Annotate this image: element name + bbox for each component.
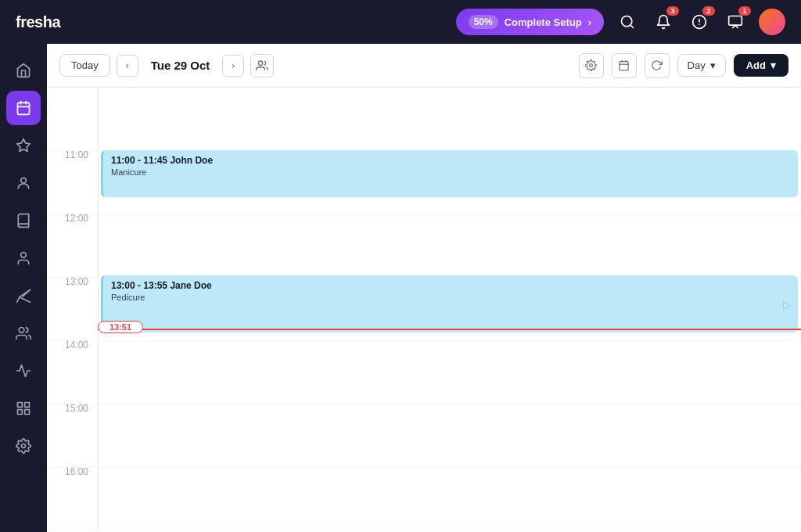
svg-rect-19 — [18, 410, 23, 415]
calendar-body[interactable]: 11:0012:0013:0014:0015:0016:0011:00 - 11… — [47, 88, 801, 532]
time-row-16: 16:00 — [47, 468, 801, 531]
sidebar-item-contacts[interactable] — [6, 241, 41, 275]
appointment-service: Pedicure — [111, 293, 790, 302]
svg-line-14 — [23, 290, 30, 297]
calendar-view-toggle-button[interactable] — [612, 53, 637, 78]
alerts-badge: 2 — [702, 6, 715, 16]
chevron-down-icon: ▾ — [710, 59, 716, 71]
complete-setup-button[interactable]: 50% Complete Setup › — [456, 9, 604, 35]
time-label-11: 11:00 — [47, 145, 98, 160]
calendar-settings-button[interactable] — [579, 53, 604, 78]
svg-point-15 — [19, 328, 24, 333]
date-display: Tue 29 Oct — [145, 59, 217, 72]
team-view-button[interactable] — [250, 54, 274, 77]
sidebar — [0, 44, 47, 532]
svg-rect-18 — [25, 410, 30, 415]
notifications-button[interactable]: 3 — [651, 9, 676, 34]
add-label: Add — [746, 59, 766, 71]
svg-rect-17 — [25, 403, 30, 408]
refresh-button[interactable] — [645, 53, 670, 78]
sidebar-item-home[interactable] — [6, 53, 41, 88]
svg-marker-10 — [17, 139, 31, 152]
appointment-service: Manicure — [111, 167, 790, 177]
setup-arrow-icon: › — [588, 16, 591, 28]
svg-line-13 — [17, 297, 20, 303]
appointment-appt1[interactable]: 11:00 - 11:45 John DoeManicure — [101, 150, 798, 197]
current-time-label: 13:51 — [98, 321, 143, 333]
svg-point-21 — [259, 61, 263, 65]
view-mode-dropdown[interactable]: Day ▾ — [677, 54, 726, 77]
today-button[interactable]: Today — [59, 54, 110, 77]
prev-date-button[interactable]: ‹ — [117, 55, 138, 77]
messages-button[interactable]: 1 — [723, 9, 748, 34]
search-button[interactable] — [615, 9, 640, 34]
time-row-15: 15:00 — [47, 404, 801, 468]
svg-rect-16 — [18, 403, 23, 408]
svg-point-12 — [21, 253, 27, 258]
topbar: fresha 50% Complete Setup › 3 2 1 — [0, 0, 801, 44]
time-row-14: 14:00 — [47, 341, 801, 404]
svg-rect-5 — [729, 16, 742, 26]
svg-rect-6 — [18, 102, 30, 114]
sidebar-item-reports[interactable] — [6, 354, 41, 388]
time-label-12: 12:00 — [47, 208, 98, 224]
main-layout: Today ‹ Tue 29 Oct › Day — [0, 44, 801, 532]
app-logo: fresha — [16, 13, 60, 31]
svg-rect-23 — [620, 62, 628, 70]
current-time-indicator: 13:51 — [98, 329, 801, 330]
appointment-chevron-icon: ▷ — [783, 298, 792, 311]
calendar-content: Today ‹ Tue 29 Oct › Day — [47, 44, 801, 532]
setup-label: Complete Setup — [505, 16, 582, 28]
time-row-12: 12:00 — [47, 214, 801, 278]
topbar-right: 50% Complete Setup › 3 2 1 — [456, 9, 785, 35]
time-slot-16[interactable] — [98, 468, 801, 530]
add-chevron-icon: ▾ — [770, 59, 776, 71]
user-avatar[interactable] — [759, 9, 785, 35]
svg-point-20 — [22, 444, 26, 448]
notifications-badge: 3 — [666, 6, 679, 16]
sidebar-item-dashboard[interactable] — [6, 391, 41, 426]
add-button[interactable]: Add ▾ — [734, 54, 788, 77]
time-slot-15[interactable] — [98, 404, 801, 467]
sidebar-item-team[interactable] — [6, 316, 41, 350]
sidebar-item-settings[interactable] — [6, 429, 41, 463]
svg-line-1 — [630, 25, 634, 28]
sidebar-item-marketing[interactable] — [6, 279, 41, 313]
time-slot-14[interactable] — [98, 341, 801, 404]
time-slot-10[interactable] — [98, 88, 801, 150]
setup-percent: 50% — [469, 15, 498, 29]
time-label-15: 15:00 — [47, 398, 98, 414]
svg-point-11 — [21, 178, 27, 183]
sidebar-item-tags[interactable] — [6, 128, 41, 163]
time-label-13: 13:00 — [47, 271, 98, 287]
svg-point-22 — [590, 64, 593, 67]
view-mode-label: Day — [688, 59, 706, 71]
sidebar-item-catalog[interactable] — [6, 203, 41, 238]
appointment-appt2[interactable]: 13:00 - 13:55 Jane DoePedicure▷ — [101, 275, 798, 332]
sidebar-item-calendar[interactable] — [6, 91, 41, 125]
alerts-button[interactable]: 2 — [687, 9, 712, 34]
toolbar-right: Day ▾ Add ▾ — [579, 53, 788, 78]
toolbar-left: Today ‹ Tue 29 Oct › — [59, 54, 274, 77]
time-row-10 — [47, 88, 801, 151]
sidebar-item-clients[interactable] — [6, 166, 41, 200]
messages-badge: 1 — [738, 6, 751, 16]
calendar-toolbar: Today ‹ Tue 29 Oct › Day — [47, 44, 801, 88]
next-date-button[interactable]: › — [222, 55, 244, 77]
time-label-16: 16:00 — [47, 462, 98, 477]
time-label-14: 14:00 — [47, 335, 98, 350]
appointment-time-client: 13:00 - 13:55 Jane Doe — [111, 280, 790, 291]
appointment-time-client: 11:00 - 11:45 John Doe — [111, 155, 790, 166]
calendar-rows: 11:0012:0013:0014:0015:0016:0011:00 - 11… — [47, 88, 801, 531]
time-slot-12[interactable] — [98, 214, 801, 277]
